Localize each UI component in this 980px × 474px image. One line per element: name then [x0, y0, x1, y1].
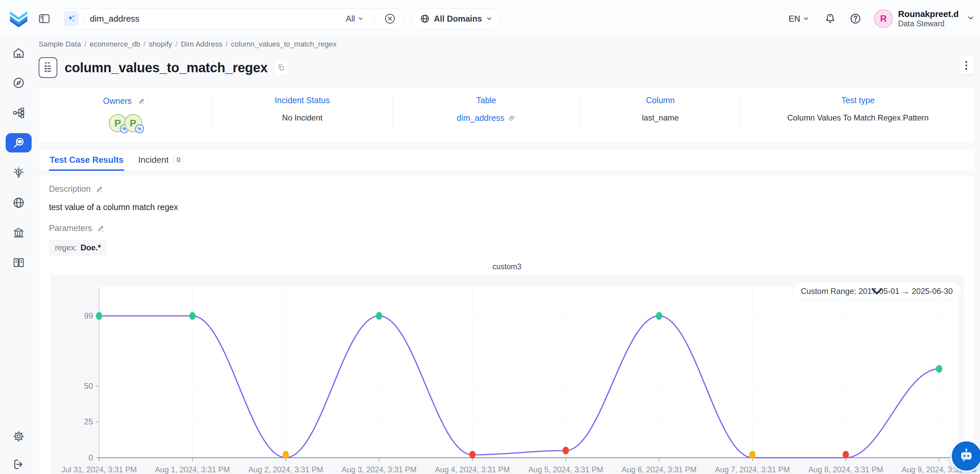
tab-test-case-results[interactable]: Test Case Results	[49, 150, 124, 171]
test-case-checklist-icon	[39, 57, 57, 78]
app-window: dim_address All All Domains EN	[0, 0, 980, 474]
search-input[interactable]: dim_address	[90, 14, 346, 24]
user-profile-menu[interactable]: R Rounakpreet.d Data Steward	[874, 9, 959, 29]
custom-range-dropdown[interactable]: Custom Range: 2017-05-01 → 2025-06-30	[792, 282, 962, 301]
breadcrumb-item[interactable]: shopify	[149, 40, 172, 49]
governance-bank-icon	[12, 226, 25, 239]
domains-globe-icon	[12, 196, 25, 209]
search-divider	[84, 14, 84, 24]
chevron-down-icon	[792, 282, 961, 300]
search-clear-icon[interactable]	[384, 13, 396, 25]
tab-label: Test Case Results	[49, 155, 124, 165]
app-logo-icon	[8, 9, 29, 28]
avatar: R	[874, 9, 893, 28]
breadcrumb-item[interactable]: Dim Address	[181, 40, 223, 49]
tab-bar: Test Case ResultsIncident0	[39, 150, 975, 171]
owner-avatars[interactable]: P% P%	[109, 114, 142, 132]
owner-badge-icon: %	[135, 124, 144, 133]
logout-icon	[12, 458, 25, 471]
svg-text:Aug 2, 2024, 3:31 PM: Aug 2, 2024, 3:31 PM	[248, 465, 323, 474]
sidebar-divider	[7, 418, 31, 419]
svg-text:Jul 31, 2024, 3:31 PM: Jul 31, 2024, 3:31 PM	[62, 465, 137, 474]
svg-text:Aug 1, 2024, 3:31 PM: Aug 1, 2024, 3:31 PM	[155, 465, 230, 474]
parameter-chip: regex: Doe.*	[49, 240, 107, 256]
globe-icon	[420, 14, 430, 24]
table-label: Table	[476, 95, 496, 105]
edit-owners-icon[interactable]	[136, 95, 148, 106]
sidebar-item-domains[interactable]	[6, 193, 32, 212]
breadcrumb-item[interactable]: ecommerce_db	[89, 40, 140, 49]
test-result-chart-card: Custom Range: 2017-05-01 → 2025-06-30 Ju…	[50, 275, 964, 474]
chevron-down-icon	[486, 15, 493, 22]
sidebar-item-governance[interactable]	[6, 223, 32, 242]
sidebar-item-observability[interactable]	[6, 133, 32, 153]
main-content: Sample Data/ecommerce_db/shopify/Dim Add…	[37, 37, 980, 474]
incident-status-value: No Incident	[282, 113, 322, 122]
test-result-chart[interactable]: Jul 31, 2024, 3:31 PMAug 1, 2024, 3:31 P…	[50, 275, 964, 474]
chevron-down-icon	[358, 16, 364, 22]
all-domains-dropdown[interactable]: All Domains	[412, 8, 501, 29]
paperclip-icon	[508, 114, 516, 122]
sidebar-item-insights[interactable]	[6, 163, 32, 183]
column-label: Column	[646, 95, 675, 105]
svg-text:Aug 5, 2024, 3:31 PM: Aug 5, 2024, 3:31 PM	[528, 465, 603, 474]
svg-text:Aug 7, 2024, 3:31 PM: Aug 7, 2024, 3:31 PM	[715, 465, 790, 474]
tab-label: Incident	[138, 155, 169, 165]
incident-status-label: Incident Status	[275, 95, 330, 105]
chat-assistant-button[interactable]	[952, 441, 980, 471]
sidebar-item-explore[interactable]	[6, 73, 32, 92]
owner-avatar[interactable]: P%	[124, 114, 142, 132]
help-icon[interactable]	[850, 13, 861, 25]
chevron-down-icon[interactable]	[967, 14, 975, 23]
summary-test-type: Test type Column Values To Match Regex P…	[741, 95, 975, 132]
tab-incident[interactable]: Incident0	[137, 150, 185, 171]
sidebar-item-settings[interactable]	[6, 427, 32, 446]
breadcrumb-separator: /	[143, 40, 146, 49]
chart-title: custom3	[49, 262, 965, 271]
breadcrumb: Sample Data/ecommerce_db/shopify/Dim Add…	[39, 40, 975, 49]
notifications-bell-icon[interactable]	[824, 13, 836, 25]
search-filter-dropdown[interactable]: All	[346, 14, 364, 24]
edit-parameters-icon[interactable]	[97, 225, 105, 232]
svg-text:Aug 4, 2024, 3:31 PM: Aug 4, 2024, 3:31 PM	[435, 465, 510, 474]
user-role: Data Steward	[898, 19, 959, 29]
explore-compass-icon	[12, 76, 25, 89]
glossary-book-icon	[12, 256, 25, 269]
test-type-label: Test type	[842, 95, 875, 105]
language-selector[interactable]: EN	[789, 14, 810, 24]
home-icon	[12, 46, 25, 59]
summary-owners: Owners P% P%	[39, 95, 212, 132]
insights-bulb-icon	[12, 167, 25, 179]
test-case-results-panel: Description test value of a column match…	[39, 175, 975, 474]
table-name: dim_address	[457, 113, 504, 123]
copy-icon[interactable]	[274, 60, 288, 76]
page-title: column_values_to_match_regex	[65, 60, 268, 75]
sidebar-item-lineage[interactable]	[6, 103, 32, 122]
global-search-bar[interactable]: dim_address All	[60, 8, 403, 29]
parameter-key: regex:	[55, 243, 77, 252]
test-type-value: Column Values To Match Regex Pattern	[787, 113, 929, 122]
svg-text:Aug 8, 2024, 3:31 PM: Aug 8, 2024, 3:31 PM	[808, 465, 883, 474]
sidebar-item-logout[interactable]	[6, 455, 32, 474]
breadcrumb-item[interactable]: column_values_to_match_regex	[231, 40, 337, 49]
breadcrumb-item[interactable]: Sample Data	[39, 40, 81, 49]
parameters-label: Parameters	[49, 223, 92, 233]
breadcrumb-separator: /	[175, 40, 178, 49]
summary-table: Table dim_address	[393, 95, 580, 132]
svg-text:Aug 6, 2024, 3:31 PM: Aug 6, 2024, 3:31 PM	[622, 465, 697, 474]
table-link[interactable]: dim_address	[457, 113, 516, 123]
edit-description-icon[interactable]	[96, 185, 103, 193]
sidebar-item-glossary[interactable]	[6, 253, 32, 272]
more-options-kebab-icon[interactable]: ⋮	[959, 55, 974, 75]
breadcrumb-separator: /	[84, 40, 86, 49]
parameter-value: Doe.*	[81, 243, 101, 252]
sidebar-collapse-icon[interactable]	[38, 12, 51, 25]
top-bar: dim_address All All Domains EN	[0, 0, 980, 37]
sidebar-item-home[interactable]	[6, 43, 32, 62]
svg-text:99: 99	[84, 311, 93, 320]
summary-incident-status: Incident Status No Incident	[212, 95, 393, 132]
robot-chat-icon	[958, 448, 975, 464]
description-text: test value of a column match regex	[49, 202, 965, 212]
ai-sparkle-icon	[64, 11, 79, 26]
chevron-down-icon	[803, 15, 810, 22]
